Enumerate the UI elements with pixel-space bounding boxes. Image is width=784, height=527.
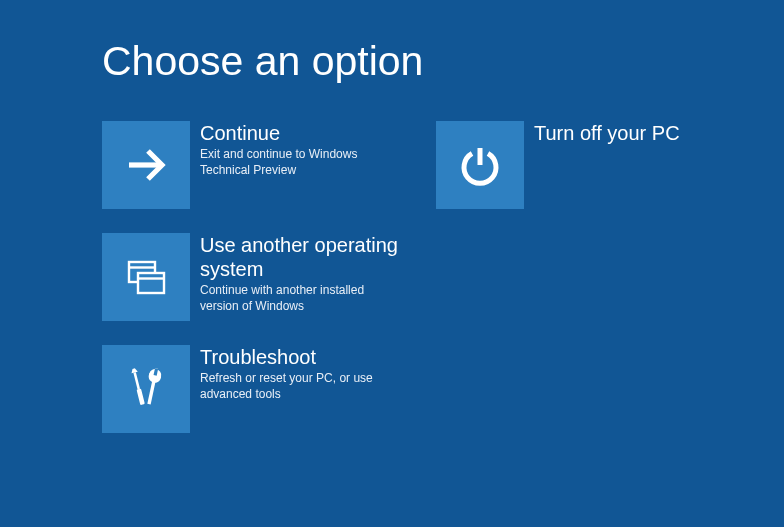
option-title: Turn off your PC [534,121,680,145]
option-text: Use another operating system Continue wi… [200,233,404,321]
svg-rect-5 [133,372,140,389]
option-text: Turn off your PC [534,121,680,209]
option-turn-off[interactable]: Turn off your PC [436,121,738,209]
option-continue[interactable]: Continue Exit and continue to Windows Te… [102,121,404,209]
power-icon [436,121,524,209]
svg-marker-6 [131,368,138,373]
option-text: Continue Exit and continue to Windows Te… [200,121,404,209]
option-title: Continue [200,121,404,145]
option-description: Continue with another installed version … [200,283,404,314]
option-description: Refresh or reset your PC, or use advance… [200,371,404,402]
windows-stack-icon [102,233,190,321]
recovery-screen: Choose an option Continue Exit and conti… [0,0,784,433]
svg-rect-7 [137,388,145,405]
options-column-left: Continue Exit and continue to Windows Te… [102,121,404,433]
option-title: Use another operating system [200,233,404,281]
svg-rect-3 [138,273,164,293]
options-column-right: Turn off your PC [436,121,738,433]
option-text: Troubleshoot Refresh or reset your PC, o… [200,345,404,433]
svg-rect-10 [147,379,156,404]
option-description: Exit and continue to Windows Technical P… [200,147,404,178]
tools-icon [102,345,190,433]
option-use-another-os[interactable]: Use another operating system Continue wi… [102,233,404,321]
option-troubleshoot[interactable]: Troubleshoot Refresh or reset your PC, o… [102,345,404,433]
arrow-right-icon [102,121,190,209]
options-grid: Continue Exit and continue to Windows Te… [102,121,784,433]
option-title: Troubleshoot [200,345,404,369]
page-title: Choose an option [102,38,784,85]
